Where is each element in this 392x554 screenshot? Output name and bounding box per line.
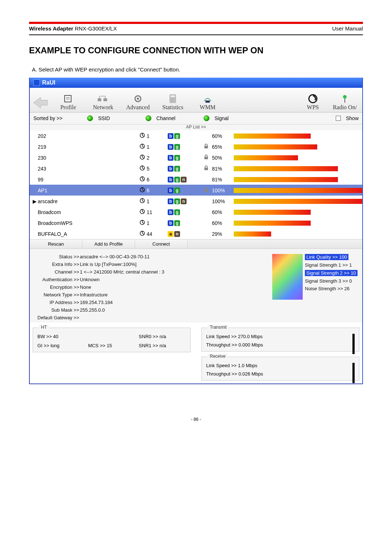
main-toolbar: Profile Network Advanced Statistics WMM bbox=[30, 88, 362, 112]
section-title: EXAMPLE TO CONFIGURE CONNECTION WITH WEP… bbox=[29, 45, 363, 56]
auth-value: Unknown bbox=[80, 277, 99, 282]
ap-row[interactable]: Broadcom11bg60% bbox=[30, 206, 362, 217]
ip-value: 169.254.73.184 bbox=[80, 300, 113, 305]
ap-lock bbox=[200, 165, 212, 172]
ap-signal-pct: 81% bbox=[212, 177, 234, 182]
ap-row[interactable]: 2191bg65% bbox=[30, 141, 362, 152]
window-titlebar: RaUI bbox=[30, 78, 362, 88]
ht-box: HT BW >> 40 SNR0 >> n/a GI >> long MCS >… bbox=[33, 328, 191, 352]
mode-b-icon: b bbox=[168, 188, 173, 193]
ap-signal-pct: 60% bbox=[212, 133, 234, 139]
tab-wmm[interactable]: WMM bbox=[190, 93, 225, 111]
ap-signal-bar bbox=[234, 199, 362, 204]
mode-g-icon: g bbox=[174, 133, 180, 139]
svg-point-10 bbox=[137, 98, 139, 100]
ap-signal-bar bbox=[234, 177, 362, 182]
sorted-by-label: Sorted by >> bbox=[33, 115, 62, 121]
channel-clock-icon bbox=[139, 154, 145, 161]
ap-row[interactable]: AP16bg100% bbox=[30, 185, 362, 196]
svg-line-41 bbox=[142, 201, 144, 202]
action-bar: Rescan Add to Profile Connect bbox=[30, 239, 362, 249]
ap-signal-bar bbox=[234, 188, 362, 193]
ht-snr0: SNR0 >> n/a bbox=[139, 334, 186, 339]
ap-row[interactable]: 2302bg50% bbox=[30, 152, 362, 163]
svg-rect-5 bbox=[103, 98, 107, 101]
receive-box: Receive Link Speed >> 1.0 Mbps Throughpu… bbox=[201, 357, 359, 381]
sort-bar: Sorted by >> SSID Channel Signal Show bbox=[30, 112, 362, 124]
ap-modes: bg bbox=[168, 188, 200, 193]
svg-rect-4 bbox=[98, 98, 101, 101]
ap-row[interactable]: 2021bg60% bbox=[30, 130, 362, 141]
enc-value: None bbox=[80, 284, 91, 290]
tab-radio-label: Radio On/ bbox=[333, 104, 357, 111]
ap-row[interactable]: ▶arscadre1bgn100% bbox=[30, 196, 362, 206]
back-button[interactable] bbox=[33, 95, 49, 111]
channel-label: Channel >> bbox=[33, 269, 80, 275]
ap-modes: bgn bbox=[168, 198, 200, 204]
mode-g-icon: g bbox=[174, 155, 180, 161]
mode-g-icon: g bbox=[174, 209, 180, 215]
extrainfo-label: Extra Info >> bbox=[33, 262, 80, 267]
tx-bar bbox=[352, 334, 355, 354]
ap-row[interactable]: 2435bg81% bbox=[30, 163, 362, 174]
tab-advanced[interactable]: Advanced bbox=[121, 93, 155, 111]
sort-channel-radio[interactable] bbox=[146, 115, 151, 121]
svg-rect-1 bbox=[65, 95, 71, 102]
ap-modes: bg bbox=[168, 155, 200, 161]
ap-channel: 1 bbox=[139, 143, 168, 150]
mode-a-icon: a bbox=[168, 231, 173, 237]
calculator-icon bbox=[166, 93, 179, 104]
ap-list-label: AP List >> bbox=[30, 124, 362, 130]
ap-modes: bg bbox=[168, 133, 200, 139]
mode-g-icon: g bbox=[174, 177, 180, 182]
gw-label: Default Gateway >> bbox=[33, 315, 80, 320]
profile-icon bbox=[62, 93, 75, 104]
ap-signal-pct: 60% bbox=[212, 220, 234, 226]
tab-profile[interactable]: Profile bbox=[51, 93, 86, 111]
nettype-value: Infrastructure bbox=[80, 292, 108, 297]
show-checkbox[interactable] bbox=[336, 116, 341, 121]
rx-bar bbox=[352, 363, 355, 383]
ap-signal-bar bbox=[234, 221, 362, 226]
mode-b-icon: b bbox=[168, 220, 173, 226]
ap-ssid: arscadre bbox=[38, 198, 139, 204]
lock-icon bbox=[204, 155, 208, 161]
ap-row[interactable]: BUFFALO_A44an29% bbox=[30, 228, 362, 239]
svg-line-50 bbox=[142, 233, 144, 234]
channel-clock-icon bbox=[139, 143, 145, 150]
tab-radio[interactable]: Radio On/ bbox=[330, 93, 359, 111]
mode-b-icon: b bbox=[168, 155, 173, 161]
svg-rect-38 bbox=[204, 189, 208, 192]
mode-g-icon: g bbox=[174, 144, 180, 150]
connect-button[interactable]: Connect bbox=[135, 239, 188, 249]
mode-b-icon: b bbox=[168, 144, 173, 150]
ap-row[interactable]: 996bgn81% bbox=[30, 174, 362, 185]
tab-network[interactable]: Network bbox=[86, 93, 121, 111]
ap-ssid: 219 bbox=[38, 144, 139, 150]
channel-clock-icon bbox=[139, 209, 145, 216]
tab-statistics-label: Statistics bbox=[162, 104, 183, 111]
ap-ssid: 99 bbox=[38, 177, 139, 182]
rescan-button[interactable]: Rescan bbox=[30, 239, 82, 249]
ap-signal-pct: 65% bbox=[212, 144, 234, 150]
mode-g-icon: g bbox=[174, 166, 180, 172]
rx-linkspeed: Link Speed >> 1.0 Mbps bbox=[206, 363, 355, 368]
status-label: Status >> bbox=[33, 254, 80, 259]
ap-signal-bar bbox=[234, 210, 362, 215]
mode-g-icon: g bbox=[174, 220, 180, 226]
ap-lock bbox=[200, 144, 212, 150]
tab-wps[interactable]: WPS bbox=[295, 93, 330, 111]
add-to-profile-button[interactable]: Add to Profile bbox=[82, 239, 135, 249]
sort-ssid-radio[interactable] bbox=[87, 115, 93, 121]
step-a-text: A. Select AP with WEP encryption and cli… bbox=[32, 66, 363, 73]
qos-icon bbox=[201, 93, 214, 104]
mode-n-icon: n bbox=[181, 177, 187, 182]
ap-signal-pct: 81% bbox=[212, 166, 234, 172]
ap-channel: 5 bbox=[139, 165, 168, 172]
channel-clock-icon bbox=[139, 132, 145, 139]
product-name-rest: RNX-G300EX/LX bbox=[73, 25, 117, 32]
tab-statistics[interactable]: Statistics bbox=[155, 93, 190, 111]
sort-signal-radio[interactable] bbox=[204, 115, 209, 121]
svg-line-22 bbox=[142, 146, 144, 147]
ap-row[interactable]: BroadcomWPS1bg60% bbox=[30, 217, 362, 228]
